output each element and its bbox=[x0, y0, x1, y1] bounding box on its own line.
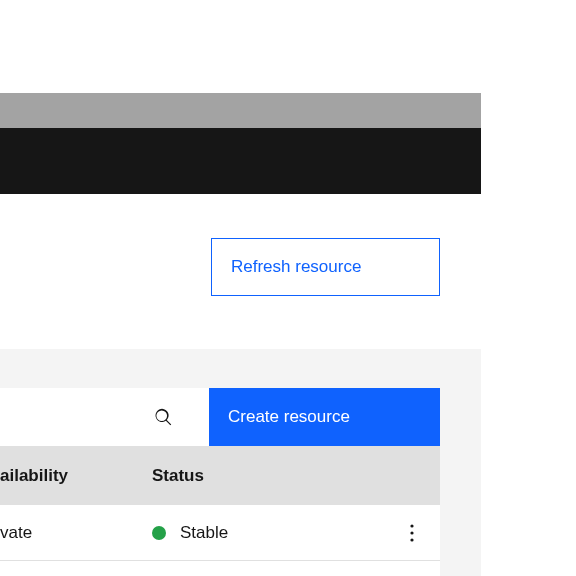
svg-point-2 bbox=[410, 538, 413, 541]
col-header-status: Status bbox=[152, 446, 204, 505]
table-row: vate Stable bbox=[0, 505, 440, 561]
status-text: Stable bbox=[180, 523, 228, 543]
col-header-availability: ailability bbox=[0, 446, 68, 505]
toolbar-spacer bbox=[0, 388, 134, 446]
status-dot-icon bbox=[152, 526, 166, 540]
overflow-menu-icon[interactable] bbox=[400, 505, 424, 561]
table-header-row: ailability Status bbox=[0, 446, 440, 505]
create-resource-button[interactable]: Create resource bbox=[209, 388, 440, 446]
cell-availability: vate bbox=[0, 505, 32, 561]
header-bar bbox=[0, 128, 481, 194]
cell-status: Stable bbox=[152, 505, 228, 561]
search-icon[interactable] bbox=[134, 388, 192, 446]
svg-point-1 bbox=[410, 531, 413, 534]
refresh-resource-label: Refresh resource bbox=[231, 257, 361, 277]
right-gutter bbox=[440, 388, 481, 576]
refresh-resource-button[interactable]: Refresh resource bbox=[211, 238, 440, 296]
window-chrome-gray bbox=[0, 93, 481, 128]
svg-point-0 bbox=[410, 524, 413, 527]
create-resource-label: Create resource bbox=[228, 407, 350, 427]
section-band bbox=[0, 349, 481, 388]
